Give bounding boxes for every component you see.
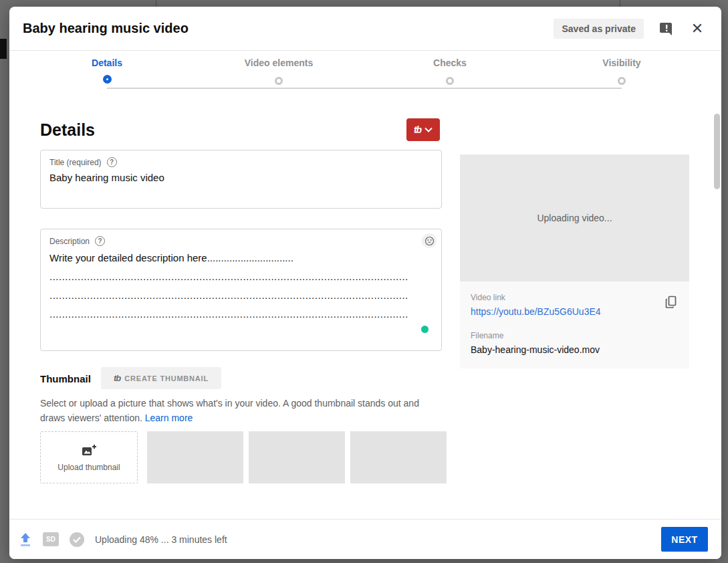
step-label: Visibility (568, 58, 675, 68)
description-line: ........................................… (49, 286, 433, 305)
help-icon[interactable]: ? (95, 236, 105, 246)
grammarly-indicator-icon[interactable] (421, 326, 429, 333)
details-form: Details tb Title (required) ? Baby heari… (9, 111, 721, 519)
title-field[interactable]: Title (required) ? Baby hearing music vi… (40, 150, 442, 209)
step-video-elements[interactable]: Video elements (225, 58, 332, 85)
title-field-value: Baby hearing music video (49, 172, 433, 183)
chevron-down-icon (424, 127, 433, 132)
details-heading: Details (40, 120, 95, 140)
thumbnail-placeholder (350, 431, 447, 483)
step-dot (446, 77, 454, 85)
step-dot (618, 77, 626, 85)
step-label: Details (53, 58, 160, 68)
tubebuddy-button[interactable]: tb (406, 118, 440, 141)
step-label: Checks (396, 58, 503, 68)
upload-thumbnail-label: Upload thumbnail (57, 463, 120, 472)
upload-thumbnail-button[interactable]: Upload thumbnail (40, 431, 138, 483)
video-link-label: Video link (471, 293, 679, 302)
description-line: Write your detailed description here....… (49, 249, 433, 267)
description-field[interactable]: Description ? Write your detailed descri… (40, 229, 442, 351)
dialog-footer: SD Uploading 48% ... 3 minutes left NEXT (9, 519, 721, 559)
emoji-picker-icon[interactable] (422, 233, 437, 248)
thumbnail-heading: Thumbnail (40, 373, 91, 384)
thumbnail-help-body: Select or upload a picture that shows wh… (40, 398, 419, 423)
video-info-panel: Video link https://youtu.be/BZu5G6Uu3E4 … (460, 282, 689, 368)
dialog-scrollbar[interactable] (714, 114, 720, 189)
dialog-title: Baby hearing music video (23, 21, 554, 36)
description-line: ........................................… (49, 267, 433, 286)
upload-status-icons: SD (19, 532, 84, 547)
saved-status-badge: Saved as private (554, 19, 644, 39)
create-thumbnail-button[interactable]: tb CREATE THUMBNAIL (101, 367, 221, 389)
filename-value: Baby-hearing-music-video.mov (471, 344, 679, 355)
upload-video-dialog: Baby hearing music video Saved as privat… (9, 7, 721, 559)
upload-stepper: Details Video elements Checks Visibility (9, 51, 721, 111)
close-icon[interactable]: ✕ (689, 21, 705, 37)
description-line: ........................................… (49, 305, 433, 324)
video-preview-panel: Uploading video... Video link https://yo… (460, 154, 689, 368)
help-icon[interactable]: ? (107, 157, 117, 167)
dialog-header: Baby hearing music video Saved as privat… (9, 7, 721, 51)
video-preview: Uploading video... (460, 154, 689, 282)
step-dot (275, 77, 283, 85)
title-field-label: Title (required) (49, 158, 102, 167)
learn-more-link[interactable]: Learn more (145, 413, 193, 423)
background-page-remnant (0, 39, 7, 59)
sd-quality-icon: SD (43, 532, 59, 546)
upload-status-text: Uploading 48% ... 3 minutes left (95, 534, 227, 545)
thumbnail-placeholder (147, 431, 243, 483)
step-details[interactable]: Details (53, 58, 160, 84)
background-page-divider (156, 0, 156, 7)
image-plus-icon (81, 443, 97, 458)
feedback-icon[interactable] (658, 21, 675, 37)
video-link[interactable]: https://youtu.be/BZu5G6Uu3E4 (471, 306, 679, 317)
description-field-label: Description (49, 237, 90, 246)
checks-done-icon (70, 532, 84, 547)
filename-label: Filename (471, 331, 679, 340)
copy-link-icon[interactable] (664, 295, 679, 310)
tubebuddy-logo-icon: tb (114, 373, 120, 383)
tubebuddy-logo-icon: tb (414, 124, 421, 135)
thumbnail-row: Upload thumbnail (40, 431, 447, 483)
step-label: Video elements (225, 58, 332, 68)
thumbnail-placeholder (249, 431, 345, 483)
next-button[interactable]: NEXT (661, 527, 708, 552)
step-dot (103, 75, 112, 84)
step-visibility[interactable]: Visibility (568, 58, 675, 85)
create-thumbnail-label: CREATE THUMBNAIL (124, 374, 209, 382)
thumbnail-help-text: Select or upload a picture that shows wh… (40, 396, 441, 425)
uploading-video-text: Uploading video... (537, 213, 612, 223)
background-page-divider (620, 0, 620, 7)
stepper-track (107, 88, 622, 89)
step-checks[interactable]: Checks (396, 58, 503, 85)
upload-progress-icon (19, 532, 32, 547)
